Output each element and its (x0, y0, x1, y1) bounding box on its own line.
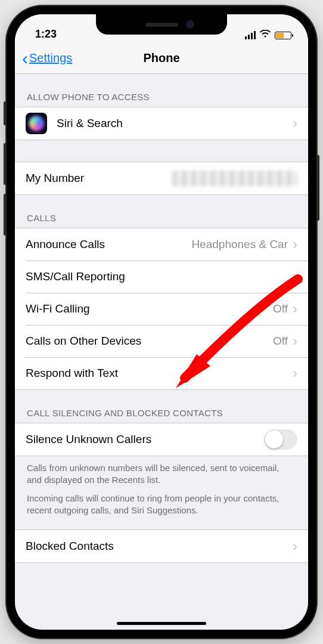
screen: 1:23 ‹ Settings Phone AL (15, 14, 308, 630)
cellular-signal-icon (245, 31, 256, 39)
group-blocked: Blocked Contacts › (15, 530, 308, 563)
volume-up-button (4, 143, 7, 185)
cell-blocked-contacts[interactable]: Blocked Contacts › (15, 530, 308, 562)
sms-call-reporting-label: SMS/Call Reporting (26, 270, 293, 283)
silencing-footer-2: Incoming calls will continue to ring fro… (15, 490, 308, 530)
power-button (316, 155, 319, 221)
respond-with-text-label: Respond with Text (26, 367, 293, 380)
announce-calls-label: Announce Calls (26, 238, 191, 251)
wifi-icon (260, 30, 271, 41)
announce-calls-value: Headphones & Car (191, 238, 288, 251)
section-header-silencing: CALL SILENCING AND BLOCKED CONTACTS (15, 390, 308, 423)
chevron-left-icon: ‹ (22, 49, 28, 67)
nav-bar: ‹ Settings Phone (15, 43, 308, 74)
battery-icon (275, 32, 291, 39)
status-time: 1:23 (35, 28, 57, 41)
wifi-calling-value: Off (273, 302, 288, 315)
phone-frame: 1:23 ‹ Settings Phone AL (7, 6, 316, 638)
cell-respond-with-text[interactable]: Respond with Text › (15, 357, 308, 389)
back-button[interactable]: ‹ Settings (22, 49, 72, 67)
section-header-calls: CALLS (15, 195, 308, 228)
cell-calls-on-other-devices[interactable]: Calls on Other Devices Off › (15, 325, 308, 357)
cell-wifi-calling[interactable]: Wi-Fi Calling Off › (15, 293, 308, 325)
wifi-calling-label: Wi-Fi Calling (26, 302, 273, 315)
status-icons (245, 30, 292, 41)
toggle-knob (265, 431, 283, 448)
section-header-access: ALLOW PHONE TO ACCESS (15, 74, 308, 107)
settings-content[interactable]: ALLOW PHONE TO ACCESS Siri & Search › My… (15, 74, 308, 630)
cell-my-number[interactable]: My Number (15, 162, 308, 194)
group-my-number: My Number (15, 162, 308, 195)
group-access: Siri & Search › (15, 107, 308, 140)
calls-on-other-devices-value: Off (273, 335, 288, 348)
volume-down-button (4, 194, 7, 236)
silence-unknown-label: Silence Unknown Callers (26, 433, 264, 446)
front-camera (186, 20, 194, 29)
my-number-label: My Number (26, 172, 172, 185)
blocked-contacts-label: Blocked Contacts (26, 540, 293, 553)
group-silence-unknown: Silence Unknown Callers (15, 423, 308, 456)
calls-on-other-devices-label: Calls on Other Devices (26, 335, 273, 348)
page-title: Phone (143, 51, 179, 65)
chevron-right-icon: › (293, 237, 297, 252)
group-calls: Announce Calls Headphones & Car › SMS/Ca… (15, 228, 308, 390)
silencing-footer-1: Calls from unknown numbers will be silen… (15, 456, 308, 490)
my-number-value-redacted (172, 171, 297, 186)
chevron-right-icon: › (293, 334, 297, 348)
cell-siri-search[interactable]: Siri & Search › (15, 107, 308, 140)
chevron-right-icon: › (293, 116, 297, 131)
notch (96, 14, 227, 35)
cell-announce-calls[interactable]: Announce Calls Headphones & Car › (15, 228, 308, 261)
mute-switch (4, 101, 7, 125)
siri-icon (26, 113, 47, 134)
speaker-grille (145, 23, 178, 27)
chevron-right-icon: › (293, 270, 297, 284)
chevron-right-icon: › (293, 539, 297, 553)
back-label: Settings (29, 51, 72, 65)
cell-silence-unknown-callers[interactable]: Silence Unknown Callers (15, 423, 308, 456)
siri-search-label: Siri & Search (57, 117, 293, 130)
silence-unknown-toggle[interactable] (264, 429, 297, 450)
chevron-right-icon: › (293, 302, 297, 316)
cell-sms-call-reporting[interactable]: SMS/Call Reporting › (15, 261, 308, 293)
home-indicator[interactable] (117, 622, 206, 625)
chevron-right-icon: › (293, 366, 297, 380)
